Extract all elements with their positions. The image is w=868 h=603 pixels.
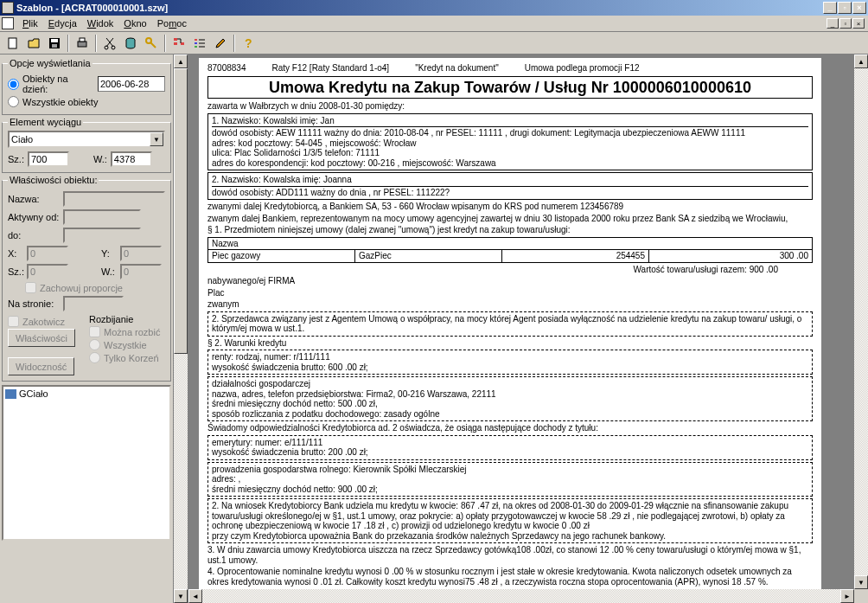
zakotwicz-check (8, 316, 19, 327)
wlasc-legend: Właściwości obiektu: (8, 175, 99, 185)
widocznosc-button[interactable]: Widoczność (8, 357, 74, 375)
svg-rect-0 (9, 38, 16, 48)
tylko-label: Tylko Korzeń (104, 353, 159, 363)
db-icon[interactable] (121, 34, 140, 53)
svg-rect-2 (51, 39, 58, 42)
date-input[interactable] (98, 76, 165, 92)
svg-rect-12 (181, 42, 184, 45)
menubar: Plik Edycja Widok Okno Pomoc _ ▫ × (0, 16, 868, 32)
menu-plik[interactable]: Plik (17, 16, 43, 30)
chevron-down-icon[interactable]: ▼ (150, 132, 163, 146)
radio-obiekty-na-dzien[interactable] (8, 79, 19, 90)
scroll-down-icon[interactable]: ▼ (174, 589, 188, 603)
doc-hscroll[interactable]: ◄ ► (188, 589, 868, 603)
p1-name: 1. Nazwisko: Kowalski imię: Jan (212, 116, 808, 128)
scroll-up-icon[interactable]: ▲ (174, 55, 188, 68)
w2-label: W.: (101, 266, 117, 277)
tree-node-icon (5, 389, 16, 399)
svg-text:?: ? (245, 36, 252, 50)
y-input[interactable] (120, 246, 162, 261)
menu-pomoc[interactable]: Pomoc (152, 16, 192, 30)
doc-title: Umowa Kredytu na Zakup Towarów / Usług N… (207, 76, 813, 99)
tr-d: 300 .00 (649, 250, 812, 262)
menu-edycja[interactable]: Edycja (43, 16, 82, 30)
save-icon[interactable] (45, 34, 64, 53)
p1-dowod: dowód osobisty: AEW 11111 ważny do dnia:… (212, 128, 808, 138)
wartosc: Wartość towaru/usługi razem: 900 .00 (207, 265, 813, 275)
left-scrollbar[interactable]: ▲ ▼ (173, 55, 187, 603)
do-input[interactable] (63, 228, 141, 243)
menu-okno[interactable]: Okno (118, 16, 151, 30)
wlasciwosci-button[interactable]: Właściwości (8, 329, 75, 347)
brush-icon[interactable] (211, 34, 230, 53)
p1-ulica: ulica: Plac Solidarności 1/3/5 telefon: … (212, 148, 808, 158)
minimize-button[interactable]: _ (823, 2, 837, 14)
rozbijanie-label: Rozbijanie (89, 314, 165, 324)
nazwa-label: Nazwa: (8, 194, 60, 204)
help-icon[interactable]: ? (239, 34, 258, 53)
sz-input[interactable] (28, 151, 69, 167)
y-label: Y: (101, 248, 117, 259)
x-input[interactable] (27, 246, 68, 261)
s1: § 1. Przedmiotem niniejszej umowy (dalej… (207, 225, 813, 235)
document-page: 87008834 Raty F12 [Raty Standard 1-o4] "… (199, 58, 821, 594)
renty-box: renty: rodzaj, numer: r/111/111 wysokość… (207, 350, 813, 375)
maximize-button[interactable]: ▫ (838, 2, 852, 14)
zakotwicz-label: Zakotwicz (22, 317, 65, 327)
mdi-close[interactable]: × (852, 18, 865, 29)
scroll-track[interactable] (174, 354, 188, 589)
scroll-thumb[interactable] (174, 68, 188, 354)
tr-c: 254455 (502, 250, 649, 262)
nazwa-input[interactable] (63, 191, 165, 207)
element-combo[interactable]: Ciało ▼ (8, 131, 165, 148)
document-area: 87008834 Raty F12 [Raty Standard 1-o4] "… (188, 55, 868, 603)
doc-vscroll[interactable]: ▲ ▼ (854, 55, 868, 603)
aktywny-input[interactable] (63, 209, 141, 225)
tree-area[interactable]: GCiało (2, 385, 171, 541)
radio-label-obiekty: Obiekty na dzień: (22, 74, 94, 94)
close-button[interactable]: × (852, 2, 866, 14)
person1-box: 1. Nazwisko: Kowalski imię: Jan dowód os… (207, 113, 813, 171)
svg-rect-3 (52, 44, 57, 48)
new-icon[interactable] (3, 34, 22, 53)
svg-rect-4 (78, 42, 86, 47)
mdi-restore[interactable]: ▫ (839, 18, 852, 29)
nastronie-input[interactable] (63, 296, 124, 311)
zwanym: zwanym dalej Bankiem, reprezentowanym na… (207, 214, 813, 224)
radio-label-wszystkie: Wszystkie obiekty (22, 97, 98, 107)
print-icon[interactable] (73, 34, 92, 53)
p1-adres: adres: kod pocztowy: 54-045 , miejscowoś… (212, 138, 808, 149)
cut-icon[interactable] (100, 34, 119, 53)
menu-widok[interactable]: Widok (82, 16, 119, 30)
w2-input[interactable] (120, 264, 162, 279)
open-icon[interactable] (24, 34, 43, 53)
wszystkie-r-label: Wszystkie (104, 340, 147, 350)
w-label: W.: (93, 154, 107, 164)
prow-box: prowadzenia gospodarstwa rolnego: Kierow… (207, 462, 813, 497)
list-icon[interactable] (190, 34, 209, 53)
mdi-minimize[interactable]: _ (827, 18, 839, 29)
svg-rect-5 (80, 38, 85, 42)
wlasc-fieldset: Właściwości obiektu: Nazwa: Aktywny od: … (2, 175, 171, 382)
tree-icon[interactable] (169, 34, 188, 53)
doc-scroll-up-icon[interactable]: ▲ (854, 55, 868, 68)
doc-scroll-left-icon[interactable]: ◄ (188, 589, 202, 603)
w-input[interactable] (111, 151, 152, 167)
sz2-input[interactable] (27, 264, 68, 279)
tr-a: Piec gazowy (208, 250, 355, 262)
key-icon[interactable] (142, 34, 161, 53)
mdi-icon (2, 17, 14, 29)
p2-name: 2. Nazwisko: Kowalska imię: Joanna (212, 175, 808, 187)
zwanymi: zwanymi dalej Kredytobiorcą, a Bankiem S… (207, 202, 813, 212)
tree-item-label: GCiało (19, 388, 48, 399)
emer-box: emerytury: numer: e/111/111 wysokość świ… (207, 435, 813, 460)
radio-wszystkie[interactable] (8, 96, 19, 107)
wszystkie-radio (89, 339, 100, 350)
doc-scroll-right-icon[interactable]: ► (840, 589, 854, 603)
nastronie-label: Na stronie: (8, 298, 60, 309)
tylko-radio (89, 352, 100, 363)
aktywny-label: Aktywny od: (8, 212, 60, 222)
tree-item[interactable]: GCiało (5, 388, 168, 399)
doc-scroll-down-icon[interactable]: ▼ (854, 575, 868, 589)
zachowuj-label: Zachowuj proporcje (40, 283, 123, 293)
